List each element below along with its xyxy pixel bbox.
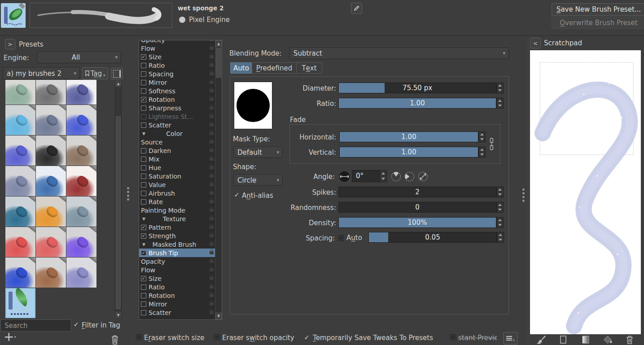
angle-spinbox[interactable]: 0°	[352, 170, 387, 182]
option-checkbox[interactable]	[141, 165, 146, 170]
option-row-rotation[interactable]: Rotation	[139, 291, 215, 300]
panel-splitter-handle[interactable]	[127, 187, 131, 201]
scroll-down-button[interactable]: ▼	[215, 313, 222, 319]
option-row-size[interactable]: ✓Size	[139, 274, 215, 283]
vertical-fade-slider[interactable]: 1.00	[339, 147, 478, 157]
option-checkbox[interactable]: ✓	[141, 250, 146, 256]
preset-thumbnail-blue-gray-smudge-brush[interactable]	[5, 166, 35, 196]
option-row-flow[interactable]: Flow	[139, 266, 215, 274]
scroll-up-button[interactable]: ▲	[215, 40, 222, 47]
spikes-slider[interactable]: 2	[338, 187, 496, 197]
horizontal-spinner[interactable]	[478, 131, 486, 142]
density-slider[interactable]: 100%	[338, 217, 496, 228]
instant-preview-label-clipped[interactable]: stant Previe	[458, 334, 497, 342]
ratio-spinner[interactable]	[496, 98, 504, 109]
option-row-value[interactable]: Value	[139, 180, 215, 189]
preset-thumbnail-speckle-sketch-brush[interactable]	[36, 80, 66, 105]
preset-thumbnail-ink-pen-outline-brush[interactable]	[36, 135, 66, 166]
option-row-strength[interactable]: ✓Strength	[139, 231, 215, 240]
section-header-texture[interactable]: ▼Texture	[139, 214, 215, 223]
section-header-masked-brush[interactable]: ▼Masked Brush	[139, 240, 215, 249]
spikes-spinner[interactable]	[496, 187, 504, 197]
scrollbar-thumb[interactable]	[116, 116, 121, 309]
eraser-switch-size-checkbox[interactable]	[136, 334, 142, 340]
preset-thumbnail-stripe-blend-brush[interactable]	[36, 258, 66, 288]
option-checkbox[interactable]: ✓	[141, 97, 146, 102]
option-row-scatter[interactable]: Scatter	[139, 308, 215, 317]
add-preset-button[interactable]: +▾	[4, 331, 20, 345]
option-checkbox[interactable]	[141, 105, 146, 111]
option-row-saturation[interactable]: Saturation	[139, 172, 215, 180]
preset-thumbnail-violet-spray-brush[interactable]	[5, 135, 35, 166]
option-row-rate[interactable]: Rate	[139, 197, 215, 206]
vertical-spinner[interactable]	[478, 147, 486, 157]
option-checkbox[interactable]	[141, 63, 146, 68]
option-row-brush-tip[interactable]: ✓Brush Tip	[139, 249, 215, 257]
option-row-rotation[interactable]: ✓Rotation	[139, 95, 215, 104]
spacing-auto-checkbox[interactable]	[338, 235, 344, 241]
preset-thumbnail-teal-splash-brush[interactable]	[5, 197, 35, 227]
angle-preset-left-button[interactable]	[404, 171, 415, 182]
preset-thumbnail-wet-sponge-2[interactable]	[5, 288, 35, 318]
rename-preset-button[interactable]	[351, 3, 362, 14]
spacing-slider[interactable]: 0.05	[368, 232, 497, 243]
antialias-label[interactable]: Anti-alias	[242, 192, 273, 200]
tag-button[interactable]: Tag ▾	[82, 67, 108, 79]
eraser-switch-opacity-checkbox[interactable]	[214, 334, 220, 340]
option-row-opacity[interactable]: Opacity	[139, 257, 215, 266]
horizontal-fade-slider[interactable]: 1.00	[339, 131, 478, 142]
option-checkbox[interactable]: ✓	[141, 225, 146, 230]
option-row-scatter[interactable]: Scatter	[139, 121, 215, 129]
display-settings-button[interactable]	[111, 68, 123, 79]
option-row-spacing[interactable]: Spacing	[139, 70, 215, 78]
preset-thumbnail-brown-smear-brush[interactable]	[66, 135, 96, 166]
tab-text[interactable]: Text	[296, 62, 322, 74]
option-row-sharpness[interactable]: Sharpness	[139, 104, 215, 112]
diameter-spinner[interactable]	[496, 83, 504, 93]
angle-preset-diagonal-button[interactable]	[417, 171, 429, 182]
option-checkbox[interactable]	[141, 191, 146, 196]
option-checkbox[interactable]	[141, 199, 146, 205]
option-checkbox[interactable]	[141, 122, 146, 128]
scratchpad-fill-color-button[interactable]	[603, 335, 613, 345]
option-checkbox[interactable]	[141, 301, 146, 307]
randomness-spinner[interactable]	[496, 202, 504, 213]
temporarily-save-checkbox[interactable]: ✓	[304, 334, 310, 340]
preset-thumbnail-indigo-texture-brush[interactable]	[66, 80, 96, 105]
antialias-checkbox[interactable]: ✓	[234, 192, 240, 197]
option-checkbox[interactable]	[141, 148, 146, 153]
option-row-softness[interactable]: Softness	[139, 87, 215, 95]
option-row-airbrush[interactable]: Airbrush	[139, 189, 215, 197]
option-checkbox[interactable]	[141, 71, 146, 77]
scratchpad-canvas[interactable]	[530, 50, 641, 334]
section-header-color[interactable]: ▼Color	[139, 129, 215, 138]
option-checkbox[interactable]	[141, 88, 146, 94]
option-row-size[interactable]: ✓Size	[139, 52, 215, 61]
diameter-slider[interactable]: 75.50 px	[338, 83, 496, 93]
scratchpad-splitter-handle[interactable]	[522, 188, 527, 202]
detach-editor-menu-button[interactable]: ▾	[503, 332, 518, 345]
scratchpad-clear-button[interactable]	[625, 335, 635, 345]
angle-dial[interactable]	[338, 170, 350, 183]
blending-mode-select[interactable]: Subtract ▾	[289, 48, 509, 59]
option-row-mirror[interactable]: Mirror	[139, 300, 215, 308]
mask-type-select[interactable]: Default ▾	[233, 147, 283, 158]
option-row-flow[interactable]: Flow	[139, 44, 215, 52]
tab-predefined[interactable]: Predefined	[252, 62, 297, 74]
option-checkbox[interactable]	[141, 182, 146, 188]
preset-thumbnail-teal-wash-brush[interactable]	[5, 80, 35, 105]
option-row-mix[interactable]: Mix	[139, 155, 215, 163]
preset-thumbnail-orange-splash-brush[interactable]	[36, 197, 66, 227]
preset-thumbnail-blue-marker-brush[interactable]	[5, 258, 35, 288]
tag-filter-select[interactable]: a) my brushes 2 ▾	[3, 67, 80, 79]
option-row-hue[interactable]: Hue	[139, 163, 215, 172]
temporarily-save-label[interactable]: Temporarily Save Tweaks To Presets	[313, 334, 433, 342]
preset-thumbnail-blue-spray-brush[interactable]	[66, 105, 96, 135]
preset-thumbnail-red-wet-brush[interactable]	[5, 227, 35, 257]
preset-thumbnail-blue-smear-brush[interactable]	[36, 105, 66, 135]
scroll-down-button[interactable]: ▼	[115, 312, 121, 318]
collapse-scratchpad-button[interactable]: <	[530, 38, 541, 48]
option-checkbox[interactable]	[141, 174, 146, 179]
angle-preset-top-button[interactable]	[390, 171, 402, 182]
option-checkbox[interactable]: ✓	[141, 233, 146, 239]
